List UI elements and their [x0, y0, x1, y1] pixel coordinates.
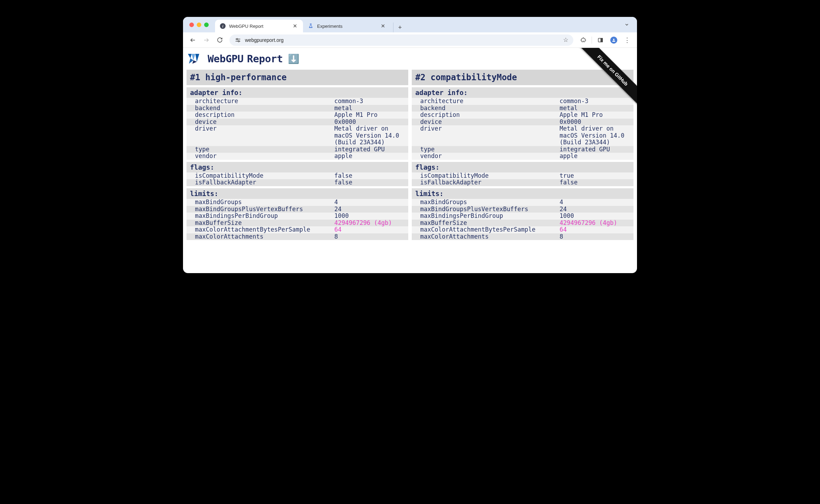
svg-point-3 [236, 38, 238, 40]
title-sub: Report [247, 53, 283, 65]
row-value: Apple M1 Pro [334, 112, 405, 119]
profile-button[interactable] [608, 34, 619, 46]
row-value: 64 [334, 226, 405, 233]
section-rows: maxBindGroups4maxBindGroupsPlusVertexBuf… [412, 199, 633, 240]
section-header: adapter info: [412, 87, 633, 98]
data-row: backendmetal [412, 105, 633, 112]
tab-experiments[interactable]: Experiments ✕ [303, 20, 391, 32]
row-key: driver [420, 125, 560, 132]
section-rows: maxBindGroups4maxBindGroupsPlusVertexBuf… [187, 199, 408, 240]
data-row: maxColorAttachmentBytesPerSample64 [412, 226, 633, 233]
data-row: architecturecommon-3 [187, 98, 408, 105]
row-value: true [560, 172, 630, 179]
row-value: apple [334, 153, 405, 160]
extensions-button[interactable] [578, 34, 589, 46]
data-row: maxColorAttachmentBytesPerSample64 [187, 226, 408, 233]
close-tab-icon[interactable]: ✕ [380, 23, 386, 29]
section-rows: architecturecommon-3backendmetaldescript… [412, 98, 633, 160]
favicon-icon: i [220, 23, 226, 29]
row-key: architecture [195, 98, 334, 105]
data-row: isFallbackAdapterfalse [187, 179, 408, 186]
data-row: maxBindGroupsPlusVertexBuffers24 [187, 206, 408, 213]
adapter-column: #1 high-performanceadapter info:architec… [187, 70, 408, 269]
data-row: architecturecommon-3 [412, 98, 633, 105]
back-button[interactable] [187, 34, 198, 46]
tab-webgpu-report[interactable]: i WebGPU Report ✕ [215, 20, 303, 32]
row-key: vendor [195, 153, 334, 160]
section-header: limits: [412, 188, 633, 199]
close-tab-icon[interactable]: ✕ [292, 23, 298, 29]
row-key: maxColorAttachments [195, 233, 334, 240]
sidepanel-button[interactable] [595, 34, 606, 46]
row-value: Apple M1 Pro [560, 112, 630, 119]
site-settings-icon[interactable] [234, 37, 241, 43]
data-row: maxBindGroups4 [187, 199, 408, 206]
row-key: device [195, 119, 334, 126]
row-value: common-3 [334, 98, 405, 105]
row-key: driver [195, 125, 334, 132]
section-header: limits: [187, 188, 408, 199]
row-key: maxBindGroups [420, 199, 560, 206]
data-row: maxBindGroupsPlusVertexBuffers24 [412, 206, 633, 213]
reload-button[interactable] [214, 34, 225, 46]
data-row: driverMetal driver on macOS Version 14.0… [412, 125, 633, 146]
row-value: integrated GPU [560, 146, 630, 153]
data-row: descriptionApple M1 Pro [187, 112, 408, 119]
favicon-flask-icon [308, 23, 314, 29]
tabs-container: i WebGPU Report ✕ Experiments ✕ + [215, 17, 621, 32]
row-value: false [334, 179, 405, 186]
row-key: maxBufferSize [195, 220, 334, 227]
new-tab-button[interactable]: + [393, 23, 403, 32]
data-row: maxBufferSize4294967296 (4gb) [412, 220, 633, 227]
bookmark-star-icon[interactable]: ☆ [563, 36, 568, 44]
section-header: flags: [412, 162, 633, 172]
data-row: maxColorAttachments8 [412, 233, 633, 240]
row-key: description [195, 112, 334, 119]
window-controls [189, 23, 209, 27]
data-row: device0x0000 [187, 119, 408, 126]
row-value: 64 [560, 226, 630, 233]
forward-button[interactable] [201, 34, 212, 46]
data-row: typeintegrated GPU [412, 146, 633, 153]
data-row: vendorapple [187, 153, 408, 160]
minimize-window-button[interactable] [197, 23, 201, 27]
url-text: webgpureport.org [245, 37, 560, 43]
close-window-button[interactable] [189, 23, 194, 27]
data-row: descriptionApple M1 Pro [412, 112, 633, 119]
row-value: 4294967296 (4gb) [334, 220, 405, 227]
address-bar[interactable]: webgpureport.org ☆ [229, 34, 573, 46]
row-key: maxColorAttachmentBytesPerSample [420, 226, 560, 233]
data-row: isFallbackAdapterfalse [412, 179, 633, 186]
maximize-window-button[interactable] [204, 23, 209, 27]
row-key: isFallbackAdapter [420, 179, 560, 186]
tab-title: Experiments [317, 24, 376, 29]
section-rows: architecturecommon-3backendmetaldescript… [187, 98, 408, 160]
row-value: 8 [334, 233, 405, 240]
tabs-dropdown-button[interactable] [621, 20, 633, 29]
row-key: vendor [420, 153, 560, 160]
data-row: driverMetal driver on macOS Version 14.0… [187, 125, 408, 146]
row-key: backend [420, 105, 560, 112]
row-key: isFallbackAdapter [195, 179, 334, 186]
row-value: 4294967296 (4gb) [560, 220, 630, 227]
adapter-column: #2 compatibilityModeadapter info:archite… [412, 70, 633, 269]
download-icon[interactable]: ⬇️ [288, 53, 299, 64]
row-value: false [334, 172, 405, 179]
page-body: WebGPU Report ⬇️ #1 high-performanceadap… [183, 48, 637, 273]
adapter-header: #2 compatibilityMode [412, 70, 633, 85]
svg-marker-9 [188, 54, 192, 58]
row-key: maxBindGroupsPlusVertexBuffers [420, 206, 560, 213]
row-value: 0x0000 [560, 119, 630, 126]
data-row: maxBindingsPerBindGroup1000 [187, 213, 408, 220]
data-row: backendmetal [187, 105, 408, 112]
section-header: adapter info: [187, 87, 408, 98]
data-row: maxBufferSize4294967296 (4gb) [187, 220, 408, 227]
app-menu-button[interactable]: ⋮ [622, 34, 633, 46]
row-key: type [195, 146, 334, 153]
data-row: typeintegrated GPU [187, 146, 408, 153]
row-key: maxBindGroups [195, 199, 334, 206]
toolbar: webgpureport.org ☆ ⋮ [183, 32, 637, 48]
data-row: device0x0000 [412, 119, 633, 126]
tab-strip: i WebGPU Report ✕ Experiments ✕ + [183, 17, 637, 32]
content-area: Fix me on GitHub WebGPU Report ⬇️ #1 hig… [183, 48, 637, 273]
